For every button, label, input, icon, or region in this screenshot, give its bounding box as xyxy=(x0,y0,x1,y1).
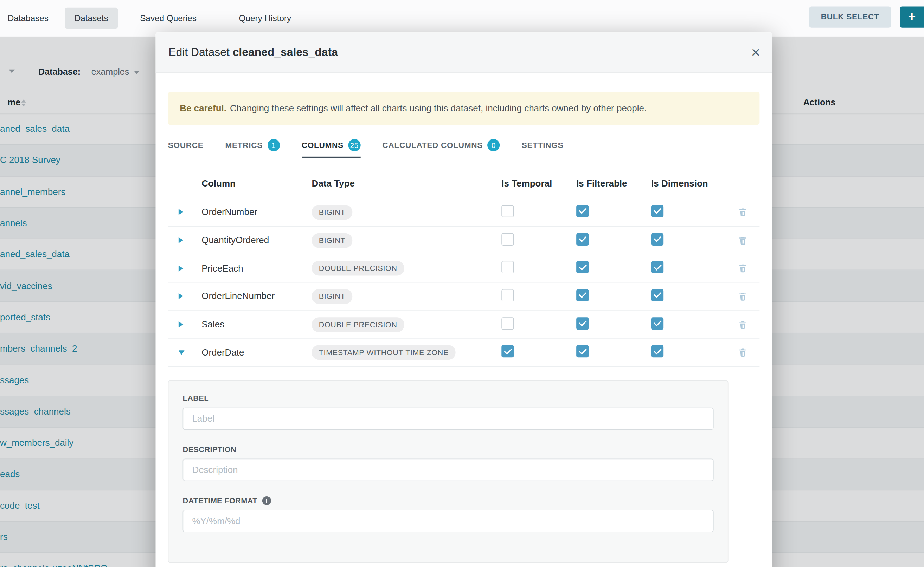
info-icon[interactable]: i xyxy=(262,496,271,505)
column-type-pill: DOUBLE PRECISION xyxy=(312,317,404,332)
modal-body: Be careful.Changing these settings will … xyxy=(155,92,772,563)
nav-tab-databases[interactable]: Databases xyxy=(0,8,58,29)
tab-calculated-columns[interactable]: CALCULATED COLUMNS0 xyxy=(382,135,500,158)
top-nav: Databases Datasets Saved Queries Query H… xyxy=(0,0,924,37)
expand-caret-icon[interactable] xyxy=(179,209,183,215)
delete-column-icon[interactable] xyxy=(737,291,748,301)
is-dimension-checkbox[interactable] xyxy=(651,205,664,217)
is-dimension-checkbox[interactable] xyxy=(651,289,664,302)
column-type-pill: BIGINT xyxy=(312,205,353,220)
tab-columns[interactable]: COLUMNS25 xyxy=(302,135,361,158)
nav-tab-saved-queries[interactable]: Saved Queries xyxy=(131,8,206,29)
expand-caret-icon[interactable] xyxy=(179,265,183,271)
is-temporal-checkbox[interactable] xyxy=(501,205,514,217)
description-field-label: DESCRIPTION xyxy=(183,445,714,454)
edit-dataset-modal: Edit Dataset cleaned_sales_data × Be car… xyxy=(155,32,772,567)
metrics-count-badge: 1 xyxy=(267,139,280,152)
column-name: OrderDate xyxy=(202,347,312,358)
delete-column-icon[interactable] xyxy=(737,347,748,357)
delete-column-icon[interactable] xyxy=(737,264,748,273)
tab-metrics[interactable]: METRICS1 xyxy=(226,135,280,158)
datetime-format-field-label: DATETIME FORMAT i xyxy=(183,496,714,505)
datetime-format-input[interactable] xyxy=(183,510,714,532)
is-dimension-checkbox[interactable] xyxy=(651,261,664,273)
column-name: PriceEach xyxy=(202,263,312,274)
is-filterable-checkbox[interactable] xyxy=(576,345,588,358)
description-field-group: DESCRIPTION xyxy=(183,445,714,481)
header-column: Column xyxy=(202,178,312,189)
expand-caret-icon[interactable] xyxy=(179,321,183,327)
add-dataset-button[interactable]: + xyxy=(900,6,924,27)
is-filterable-checkbox[interactable] xyxy=(576,261,588,273)
column-row: SalesDOUBLE PRECISION xyxy=(168,311,760,339)
app: Databases Datasets Saved Queries Query H… xyxy=(0,0,924,567)
column-type-pill: BIGINT xyxy=(312,233,353,248)
calculated-columns-count-badge: 0 xyxy=(487,139,500,152)
column-row: OrderNumberBIGINT xyxy=(168,198,760,226)
is-temporal-checkbox[interactable] xyxy=(501,345,514,358)
warning-bold: Be careful. xyxy=(180,103,226,113)
expand-caret-icon[interactable] xyxy=(179,293,183,299)
header-is-temporal: Is Temporal xyxy=(501,178,576,189)
warning-banner: Be careful.Changing these settings will … xyxy=(168,92,760,125)
column-name: QuantityOrdered xyxy=(202,235,312,246)
column-row: OrderLineNumberBIGINT xyxy=(168,283,760,311)
column-type-pill: TIMESTAMP WITHOUT TIME ZONE xyxy=(312,345,456,360)
expand-caret-icon[interactable] xyxy=(179,237,183,243)
columns-table-body: OrderNumberBIGINTQuantityOrderedBIGINTPr… xyxy=(168,198,760,367)
tab-settings[interactable]: SETTINGS xyxy=(522,135,564,158)
delete-column-icon[interactable] xyxy=(737,236,748,245)
label-field-label: LABEL xyxy=(183,394,714,403)
header-is-dimension: Is Dimension xyxy=(651,178,726,189)
is-filterable-checkbox[interactable] xyxy=(576,317,588,330)
header-data-type: Data Type xyxy=(312,178,502,189)
dataset-name: cleaned_sales_data xyxy=(233,46,338,58)
bulk-select-button[interactable]: BULK SELECT xyxy=(809,6,891,27)
column-row: QuantityOrderedBIGINT xyxy=(168,226,760,255)
is-dimension-checkbox[interactable] xyxy=(651,317,664,330)
is-temporal-checkbox[interactable] xyxy=(501,233,514,245)
column-name: OrderNumber xyxy=(202,207,312,218)
datetime-format-field-group: DATETIME FORMAT i xyxy=(183,496,714,532)
column-type-pill: DOUBLE PRECISION xyxy=(312,261,404,276)
is-dimension-checkbox[interactable] xyxy=(651,233,664,245)
modal-header: Edit Dataset cleaned_sales_data × xyxy=(155,32,772,73)
column-name: Sales xyxy=(202,320,312,330)
is-temporal-checkbox[interactable] xyxy=(501,261,514,273)
column-name: OrderLineNumber xyxy=(202,291,312,302)
tab-source[interactable]: SOURCE xyxy=(168,135,203,158)
is-temporal-checkbox[interactable] xyxy=(501,289,514,302)
label-input[interactable] xyxy=(183,408,714,430)
modal-title: Edit Dataset cleaned_sales_data xyxy=(169,46,338,59)
column-row: PriceEachDOUBLE PRECISION xyxy=(168,255,760,283)
label-field-group: LABEL xyxy=(183,394,714,430)
columns-table-header: Column Data Type Is Temporal Is Filterab… xyxy=(168,170,760,198)
is-dimension-checkbox[interactable] xyxy=(651,345,664,358)
modal-tabs: SOURCE METRICS1 COLUMNS25 CALCULATED COL… xyxy=(168,135,760,158)
column-type-pill: BIGINT xyxy=(312,289,353,304)
column-detail-panel: LABEL DESCRIPTION DATETIME FORMAT i xyxy=(168,381,728,563)
nav-tab-datasets[interactable]: Datasets xyxy=(65,8,118,29)
column-row: OrderDateTIMESTAMP WITHOUT TIME ZONE xyxy=(168,339,760,367)
is-filterable-checkbox[interactable] xyxy=(576,205,588,217)
nav-tab-query-history[interactable]: Query History xyxy=(230,8,301,29)
close-icon[interactable]: × xyxy=(751,45,760,60)
collapse-caret-icon[interactable] xyxy=(179,350,185,355)
is-filterable-checkbox[interactable] xyxy=(576,289,588,302)
delete-column-icon[interactable] xyxy=(737,207,748,217)
header-is-filterable: Is Filterable xyxy=(576,178,651,189)
warning-text: Changing these settings will affect all … xyxy=(230,103,647,113)
is-filterable-checkbox[interactable] xyxy=(576,233,588,245)
is-temporal-checkbox[interactable] xyxy=(501,317,514,330)
description-input[interactable] xyxy=(183,459,714,481)
columns-count-badge: 25 xyxy=(348,139,360,152)
delete-column-icon[interactable] xyxy=(737,320,748,329)
